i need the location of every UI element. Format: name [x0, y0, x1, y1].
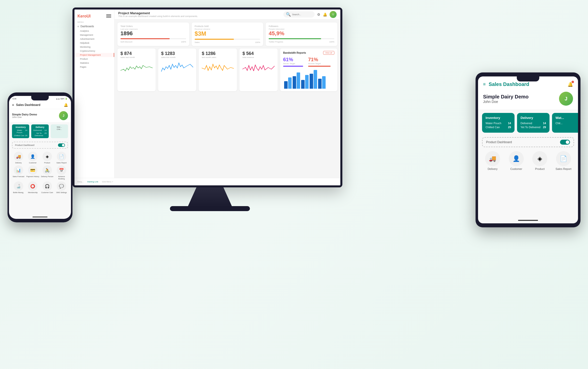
- stat-footer-left-0: Soft Discount: [120, 41, 132, 43]
- sidebar-item-dashboards[interactable]: Dashboards: [74, 24, 114, 29]
- sales-forecast-icon: 📊: [14, 165, 23, 175]
- phone-time: 9:45: [12, 98, 16, 100]
- stat-sublabel-2: People interested: [269, 28, 334, 30]
- tablet-user-name: Simple Dairy Demo: [483, 94, 529, 100]
- tablet-home-bar: [518, 220, 538, 221]
- list-item[interactable]: ◈ Product: [41, 152, 54, 164]
- list-item[interactable]: 🚚 Delivery: [482, 151, 503, 170]
- stat-footer-left-2: Twitter Progress: [269, 41, 283, 43]
- customer-icon: 👤: [28, 152, 37, 161]
- chart-value-2: $ 1286: [202, 51, 234, 56]
- chart-value-0: $ 874: [120, 51, 153, 56]
- list-item[interactable]: 🚴 Delivery Person: [41, 165, 54, 180]
- avatar[interactable]: U: [330, 11, 337, 18]
- tablet-card-inventory[interactable]: Inventory Water Pouch 14 Chilled Can 29: [482, 113, 515, 133]
- product-dashboard-toggle[interactable]: Product Dashboard: [12, 142, 68, 149]
- advance-booking-icon: 📅: [57, 165, 66, 175]
- sidebar-sub-crypto[interactable]: Cryptocurrency: [74, 49, 114, 53]
- sidebar-menu-label: MENU: [74, 19, 114, 24]
- phone-user-section: Simple Dairy Demo John Doe J: [9, 109, 71, 122]
- tablet-inventory-row-1: Chilled Can 29: [486, 126, 511, 129]
- sales-report-icon: 📄: [57, 152, 66, 161]
- sidebar-sub-statistics[interactable]: Statistics: [74, 61, 114, 65]
- chart-card-2: $ 1286 last month sales: [199, 48, 237, 91]
- tablet-user-section: Simple Dairy Demo John Doe J: [478, 90, 578, 110]
- tablet-user-sub: John Doe: [483, 100, 529, 104]
- list-item[interactable]: 📊 Sales Forecast: [12, 165, 25, 180]
- tablet-screen: ≡ Sales Dashboard 🔔 Simple Dairy Demo Jo…: [478, 76, 578, 223]
- sidebar-sub-helpdesk[interactable]: Helpdesk: [74, 41, 114, 45]
- sidebar-sub-management[interactable]: Management: [74, 33, 114, 37]
- bandwidth-income-pct: 71%: [308, 57, 331, 62]
- list-item[interactable]: 📅 Advance Booking: [55, 165, 68, 180]
- view-all-button[interactable]: View all: [323, 51, 334, 55]
- search-input[interactable]: [292, 13, 312, 16]
- bandwidth-server-pct: 61%: [283, 57, 303, 62]
- bandwidth-header: Bandwidth Reports View all: [283, 51, 334, 55]
- stat-label-2: Followers: [269, 25, 334, 27]
- settings-icon[interactable]: ⚙: [317, 12, 320, 16]
- chart-label-2: last month sales: [202, 56, 234, 58]
- toggle-switch[interactable]: [58, 143, 65, 147]
- sidebar-sub-project[interactable]: Project Management: [74, 53, 114, 57]
- monitor: KeroUI MENU Dashboards Analytics Managem…: [72, 7, 347, 245]
- tablet-cards: Inventory Water Pouch 14 Chilled Can 29 …: [478, 110, 578, 136]
- tablet-menu-icon[interactable]: ≡: [483, 82, 486, 87]
- list-item[interactable]: 🚚 Delivery: [12, 152, 25, 164]
- tablet-card-delivery[interactable]: Delivery Delivered 14 Yet To Delivered 2…: [517, 113, 550, 133]
- sidebar-sub-analytics[interactable]: Analytics: [74, 29, 114, 33]
- tablet-toggle-switch[interactable]: [560, 140, 570, 145]
- stat-footer-right-1: 100%: [255, 41, 260, 43]
- monitor-base: [170, 206, 250, 211]
- bandwidth-server-label: Server Target: [283, 62, 303, 65]
- tablet-bell-icon[interactable]: 🔔: [568, 82, 573, 87]
- sidebar-logo-text: KeroUI: [77, 14, 90, 18]
- sidebar-sub-advertisement[interactable]: Advertisement: [74, 37, 114, 41]
- tablet-product-dashboard-toggle[interactable]: Product Dashboard: [482, 137, 574, 147]
- tablet-sales-report-icon: 📄: [556, 151, 571, 166]
- search-bar[interactable]: 🔍: [283, 11, 315, 17]
- sidebar-sub-pages[interactable]: Pages: [74, 65, 114, 69]
- bandwidth-server: 61% Server Target: [283, 57, 303, 67]
- stat-value-2: 45,9%: [269, 30, 334, 37]
- phone-bell-icon[interactable]: 🔔: [64, 103, 68, 107]
- list-item[interactable]: ◈ Product: [529, 151, 551, 170]
- sidebar-sub-product[interactable]: Product: [74, 57, 114, 61]
- list-item[interactable]: 🍶 Bottle Manag.: [12, 181, 25, 194]
- customer-care-icon: 🎧: [42, 181, 52, 191]
- phone-screen: 9:45 ▲▲ WiFi 🔋 ≡ Sales Dashboard 🔔 Simpl…: [9, 96, 71, 219]
- notification-icon[interactable]: 🔔: [323, 12, 327, 16]
- tablet-product-icon: ◈: [532, 151, 547, 166]
- chart-label-1: sales this month: [161, 56, 193, 58]
- bar-chart: [283, 69, 334, 89]
- list-item[interactable]: 💳 Payment History: [26, 165, 39, 180]
- list-item[interactable]: 📄 Sales Report: [55, 152, 68, 164]
- sidebar-sub-monitoring[interactable]: Monitoring: [74, 45, 114, 49]
- phone-tab-inventory[interactable]: Inventory Water Pouch 14 Chilled Can 29: [12, 124, 29, 138]
- tablet-card-extra[interactable]: Wat... Chil...: [552, 113, 578, 133]
- phone-tab-extra[interactable]: Wat... Chil...: [51, 124, 68, 138]
- tablet: ≡ Sales Dashboard 🔔 Simple Dairy Demo Jo…: [476, 72, 581, 227]
- tablet-app-title: Sales Dashboard: [489, 81, 529, 87]
- phone-tab-delivery[interactable]: Delivery Delivered 14 Yet To Delivered 2…: [31, 124, 48, 138]
- tablet-notch: [517, 76, 539, 81]
- page-title-area: Project Management This is an example da…: [118, 11, 198, 17]
- sidebar: KeroUI MENU Dashboards Analytics Managem…: [74, 9, 114, 185]
- list-item[interactable]: ⭕ Membership: [26, 181, 39, 194]
- search-icon: 🔍: [286, 12, 291, 17]
- list-item[interactable]: 💬 SMS Settings: [55, 181, 68, 194]
- list-item[interactable]: 🎧 Customer Care: [41, 181, 54, 194]
- stat-label-1: Products Sold: [195, 25, 260, 27]
- tablet-delivery-icon: 🚚: [485, 151, 500, 166]
- list-item[interactable]: 👤 Customer: [26, 152, 39, 164]
- hamburger-icon[interactable]: [106, 14, 111, 18]
- stats-row: Total Orders Last year expenses 1896 Sof…: [117, 22, 337, 46]
- stat-card-followers: Followers People interested 45,9% Twitte…: [266, 22, 337, 46]
- monitor-bottom-bar: Easy... Starting Link Grid Menu +: [114, 178, 340, 185]
- sidebar-logo: KeroUI: [74, 12, 114, 19]
- list-item[interactable]: 📄 Sales Report: [553, 151, 574, 170]
- page-subtitle: This is an example dashboard created usi…: [118, 15, 198, 17]
- main-content: Project Management This is an example da…: [114, 9, 340, 185]
- list-item[interactable]: 👤 Customer: [506, 151, 527, 170]
- phone-menu-icon[interactable]: ≡: [12, 103, 14, 107]
